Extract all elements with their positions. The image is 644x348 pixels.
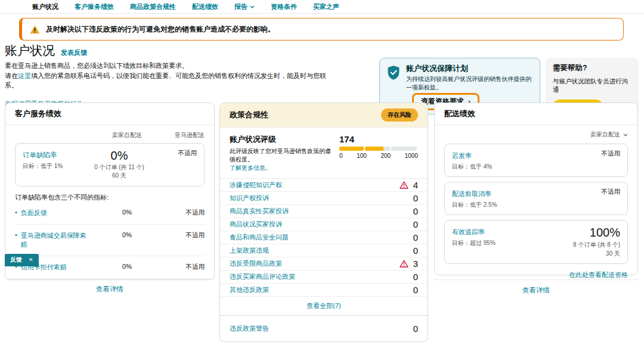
atoz-claims-value: 0% xyxy=(91,231,163,238)
alert-triangle-icon xyxy=(400,181,408,189)
nav-reports[interactable]: 报告 xyxy=(234,2,255,11)
chargebacks-fba: 不适用 xyxy=(163,263,205,271)
cancellation-box: 配送前取消率 目标：低于 2.5% 不适用 xyxy=(444,182,628,215)
odr-value: 0% xyxy=(83,149,155,162)
learn-more-link[interactable]: 了解更多信息。 xyxy=(230,164,271,171)
late-shipment-link[interactable]: 迟发率 xyxy=(452,152,472,159)
odr-detail: 0 个订单 (共 11 个) 60 天 xyxy=(92,163,147,180)
policy-row-ip-complaints: 知识产权投诉 0 xyxy=(220,192,428,205)
intro-line2-pre: 请在 xyxy=(5,72,18,79)
cancellation-value: 不适用 xyxy=(602,188,621,209)
authenticity-count: 0 xyxy=(413,206,418,216)
late-shipment-box: 迟发率 目标：低于 4% 不适用 xyxy=(444,144,628,177)
review-policy-count: 0 xyxy=(413,272,418,282)
ip-complaints-link[interactable]: 知识产权投诉 xyxy=(230,194,269,203)
valid-tracking-value: 100% xyxy=(573,226,620,239)
nav-reports-label: 报告 xyxy=(234,2,247,11)
customer-service-title: 客户服务绩效 xyxy=(15,108,61,119)
close-icon[interactable]: ✕ xyxy=(29,257,33,263)
account-health-rating: 账户状况评级 此评级反映了您对亚马逊销售政策的遵循程度。 了解更多信息。 174… xyxy=(220,128,428,179)
channel-column-headers: 卖家自配送 亚马逊配送 xyxy=(15,131,205,139)
shipping-eligibility-link[interactable]: 在此处查看配送资格 xyxy=(569,271,628,278)
valid-tracking-detail: 8 个订单 (共 8 个) 30 天 xyxy=(573,240,620,258)
warning-triangle-icon xyxy=(30,25,40,34)
nav-customer-service[interactable]: 客户服务绩效 xyxy=(75,2,114,11)
nav-policy-compliance[interactable]: 商品政策合规性 xyxy=(130,2,176,11)
rating-description: 此评级反映了您对亚马逊销售政策的遵循程度。 了解更多信息。 xyxy=(230,147,333,172)
policy-row-suspected-ip: 涉嫌侵犯知识产权 4 xyxy=(220,179,428,192)
valid-tracking-target: 目标：超过 95% xyxy=(452,239,496,247)
condition-link[interactable]: 商品状况买家投诉 xyxy=(230,220,282,229)
page-header: 账户状况 发表反馈 要在亚马逊上销售商品，您必须达到以下绩效目标和政策要求。 请… xyxy=(5,42,363,108)
shipping-performance-title: 配送绩效 xyxy=(444,108,475,119)
nav-account-health[interactable]: 账户状况 xyxy=(32,2,58,11)
nav-eligibility[interactable]: 资格条件 xyxy=(271,2,297,11)
odr-subrow-atoz-claims: •亚马逊商城交易保障索赔 0% 不适用 xyxy=(15,225,205,256)
negative-feedback-fba: 不适用 xyxy=(163,209,205,217)
bullet-icon: • xyxy=(15,231,17,249)
intro-line1: 要在亚马逊上销售商品，您必须达到以下绩效目标和政策要求。 xyxy=(5,62,188,69)
suspected-ip-link[interactable]: 涉嫌侵犯知识产权 xyxy=(230,181,282,189)
emergency-contact-link[interactable]: 这里 xyxy=(18,72,31,79)
cancellation-link[interactable]: 配送前取消率 xyxy=(452,190,491,197)
help-description: 与账户状况团队专员进行沟通 xyxy=(553,77,631,94)
negative-feedback-value: 0% xyxy=(91,209,163,216)
customer-service-view-details-link[interactable]: 查看详情 xyxy=(96,285,123,293)
intro-line2-post: 填入您的紧急联系电话号码，以便我们能在重要、可能危及您的销售权利的情况发生时，能… xyxy=(5,72,326,89)
policy-row-condition: 商品状况买家投诉 0 xyxy=(220,218,428,231)
shipping-performance-card: 配送绩效 卖家自配送 迟发率 目标：低于 4% 不适用 配送前取消率 目标：低于… xyxy=(434,102,638,275)
odr-metric-box: 订单缺陷率 目标：低于 1% 0% 0 个订单 (共 11 个) 60 天 不适… xyxy=(15,143,205,187)
policy-warnings-link[interactable]: 违反政策警告 xyxy=(230,324,269,333)
listing-violations-link[interactable]: 上架政策违规 xyxy=(230,246,269,255)
dropdown-selected-label: 卖家自配送 xyxy=(590,130,620,139)
authenticity-link[interactable]: 商品真实性买家投诉 xyxy=(230,207,289,216)
nav-shipping-performance[interactable]: 配送绩效 xyxy=(192,2,218,11)
policy-row-listing: 上架政策违规 0 xyxy=(220,244,428,257)
other-violations-link[interactable]: 其他违反政策 xyxy=(230,285,269,294)
listing-violations-count: 0 xyxy=(413,246,418,256)
rating-title: 账户状况评级 xyxy=(230,134,333,145)
odr-subrow-chargebacks: •信用卡拒付索赔 0% 不适用 xyxy=(15,256,205,278)
bullet-icon: • xyxy=(15,209,17,218)
intro-text: 要在亚马逊上销售商品，您必须达到以下绩效目标和政策要求。 请在这里填入您的紧急联… xyxy=(5,61,332,91)
col-seller-fulfilled: 卖家自配送 xyxy=(91,131,163,139)
feedback-widget-tab[interactable]: 反馈 ✕ xyxy=(5,254,39,266)
chargebacks-value: 0% xyxy=(91,263,163,270)
policy-warnings-count: 0 xyxy=(413,324,418,334)
feedback-tab-label: 反馈 xyxy=(10,256,22,264)
top-nav: 账户状况 客户服务绩效 商品政策合规性 配送绩效 报告 资格条件 买家之声 xyxy=(0,0,644,14)
odr-subrow-negative-feedback: •负面反馈 0% 不适用 xyxy=(15,202,205,225)
shipping-view-details-link[interactable]: 查看详情 xyxy=(522,287,550,294)
valid-tracking-link[interactable]: 有效追踪率 xyxy=(452,228,485,235)
valid-tracking-box: 有效追踪率 目标：超过 95% 100% 8 个订单 (共 8 个) 30 天 xyxy=(444,220,628,264)
policy-row-restricted: 违反受限商品政策 3 xyxy=(220,257,428,271)
safety-link[interactable]: 食品和商品安全问题 xyxy=(230,233,289,242)
review-policy-link[interactable]: 违反买家商品评论政策 xyxy=(230,272,295,281)
leave-feedback-link[interactable]: 发表反馈 xyxy=(61,48,87,57)
safety-count: 0 xyxy=(413,232,418,243)
policy-row-safety: 食品和商品安全问题 0 xyxy=(220,231,428,244)
fulfillment-channel-dropdown[interactable]: 卖家自配送 xyxy=(444,130,628,139)
odr-link[interactable]: 订单缺陷率 xyxy=(23,151,57,159)
rating-score-bar xyxy=(339,147,417,151)
col-fba: 亚马逊配送 xyxy=(163,131,205,139)
policy-warning-banner: 及时解决以下违反政策的行为可避免对您的销售账户造成不必要的影响。 xyxy=(19,18,624,41)
condition-count: 0 xyxy=(413,219,418,229)
negative-feedback-link[interactable]: 负面反馈 xyxy=(21,209,47,218)
rating-scale: 0 100 200 1000 xyxy=(339,153,418,159)
suspected-ip-count: 4 xyxy=(413,180,418,190)
late-shipment-value: 不适用 xyxy=(602,150,621,171)
restricted-products-link[interactable]: 违反受限商品政策 xyxy=(230,259,282,268)
view-all-link[interactable]: 查看全部(7) xyxy=(306,302,340,309)
odr-fba-value: 不适用 xyxy=(155,149,197,180)
metrics-cards-row: 客户服务绩效 卖家自配送 亚马逊配送 订单缺陷率 目标：低于 1% 0% 0 个… xyxy=(5,102,638,342)
late-shipment-target: 目标：低于 4% xyxy=(452,163,492,171)
other-violations-count: 0 xyxy=(413,285,418,295)
nav-voice-of-customer[interactable]: 买家之声 xyxy=(313,2,339,11)
policy-warnings-row: 违反政策警告 0 xyxy=(220,316,428,341)
policy-row-other: 其他违反政策 0 xyxy=(220,284,428,297)
atoz-claims-link[interactable]: 亚马逊商城交易保障索赔 xyxy=(21,231,91,249)
odr-target: 目标：低于 1% xyxy=(23,162,83,170)
rating-score: 174 xyxy=(339,134,418,144)
shield-check-icon xyxy=(387,63,400,82)
